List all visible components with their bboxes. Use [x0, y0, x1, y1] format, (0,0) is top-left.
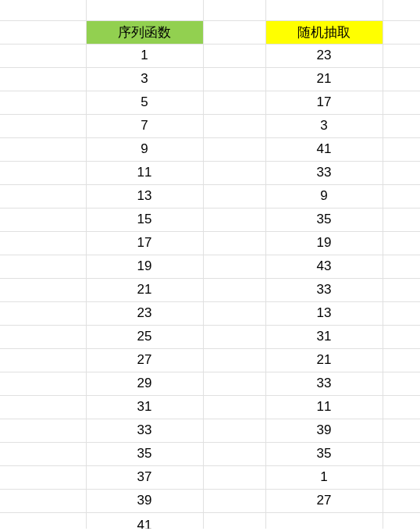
cell-empty[interactable]: [383, 20, 420, 44]
cell-empty[interactable]: [0, 301, 86, 325]
cell-empty[interactable]: [383, 395, 420, 419]
cell-empty[interactable]: [383, 67, 420, 91]
cell-empty[interactable]: [0, 137, 86, 161]
cell-random[interactable]: [265, 512, 383, 529]
cell-empty[interactable]: [0, 231, 86, 255]
cell-sequence[interactable]: 39: [86, 489, 203, 512]
cell-empty[interactable]: [0, 372, 86, 395]
cell-sequence[interactable]: 17: [86, 231, 203, 255]
cell-empty[interactable]: [203, 20, 265, 44]
cell-empty[interactable]: [0, 348, 86, 372]
cell-empty[interactable]: [383, 512, 420, 529]
header-random[interactable]: 随机抽取: [265, 20, 383, 44]
cell-sequence[interactable]: 7: [86, 114, 203, 137]
cell-empty[interactable]: [383, 255, 420, 278]
header-sequence[interactable]: 序列函数: [86, 20, 203, 44]
cell-empty[interactable]: [0, 255, 86, 278]
cell-sequence[interactable]: 37: [86, 465, 203, 489]
cell-empty[interactable]: [203, 372, 265, 395]
cell-empty[interactable]: [0, 395, 86, 419]
cell-empty[interactable]: [383, 91, 420, 114]
cell-random[interactable]: 33: [265, 372, 383, 395]
cell-empty[interactable]: [383, 0, 420, 20]
cell-empty[interactable]: [203, 325, 265, 348]
cell-random[interactable]: 39: [265, 419, 383, 442]
cell-sequence[interactable]: 9: [86, 137, 203, 161]
cell-empty[interactable]: [203, 348, 265, 372]
cell-empty[interactable]: [0, 278, 86, 301]
cell-empty[interactable]: [203, 184, 265, 208]
cell-empty[interactable]: [383, 44, 420, 67]
cell-random[interactable]: 33: [265, 161, 383, 184]
cell-empty[interactable]: [383, 348, 420, 372]
cell-empty[interactable]: [0, 442, 86, 465]
cell-empty[interactable]: [0, 44, 86, 67]
cell-empty[interactable]: [203, 512, 265, 529]
cell-sequence[interactable]: 27: [86, 348, 203, 372]
cell-empty[interactable]: [383, 325, 420, 348]
cell-empty[interactable]: [0, 91, 86, 114]
cell-random[interactable]: 21: [265, 348, 383, 372]
cell-sequence[interactable]: 19: [86, 255, 203, 278]
cell-empty[interactable]: [203, 0, 265, 20]
cell-random[interactable]: 43: [265, 255, 383, 278]
cell-empty[interactable]: [0, 184, 86, 208]
cell-random[interactable]: 1: [265, 465, 383, 489]
cell-empty[interactable]: [0, 208, 86, 231]
cell-random[interactable]: 31: [265, 325, 383, 348]
cell-sequence[interactable]: 5: [86, 91, 203, 114]
cell-empty[interactable]: [203, 465, 265, 489]
cell-random[interactable]: 17: [265, 91, 383, 114]
cell-empty[interactable]: [383, 137, 420, 161]
cell-empty[interactable]: [383, 161, 420, 184]
cell-sequence[interactable]: 1: [86, 44, 203, 67]
cell-empty[interactable]: [383, 465, 420, 489]
cell-random[interactable]: 33: [265, 278, 383, 301]
cell-empty[interactable]: [203, 419, 265, 442]
cell-empty[interactable]: [383, 114, 420, 137]
cell-empty[interactable]: [203, 255, 265, 278]
cell-sequence[interactable]: 13: [86, 184, 203, 208]
cell-empty[interactable]: [383, 231, 420, 255]
cell-random[interactable]: 13: [265, 301, 383, 325]
cell-random[interactable]: 35: [265, 442, 383, 465]
cell-empty[interactable]: [383, 372, 420, 395]
cell-empty[interactable]: [203, 161, 265, 184]
cell-empty[interactable]: [203, 91, 265, 114]
cell-empty[interactable]: [0, 325, 86, 348]
cell-sequence[interactable]: 33: [86, 419, 203, 442]
spreadsheet-grid[interactable]: 序列函数随机抽取12332151773941113313915351719194…: [0, 0, 420, 529]
cell-empty[interactable]: [203, 231, 265, 255]
cell-empty[interactable]: [383, 278, 420, 301]
cell-empty[interactable]: [86, 0, 203, 20]
cell-empty[interactable]: [203, 278, 265, 301]
cell-empty[interactable]: [383, 419, 420, 442]
cell-sequence[interactable]: 31: [86, 395, 203, 419]
cell-random[interactable]: 27: [265, 489, 383, 512]
cell-empty[interactable]: [383, 184, 420, 208]
cell-empty[interactable]: [0, 161, 86, 184]
cell-empty[interactable]: [203, 442, 265, 465]
cell-empty[interactable]: [0, 465, 86, 489]
cell-empty[interactable]: [203, 67, 265, 91]
cell-sequence[interactable]: 3: [86, 67, 203, 91]
cell-empty[interactable]: [383, 301, 420, 325]
cell-empty[interactable]: [0, 419, 86, 442]
cell-sequence[interactable]: 11: [86, 161, 203, 184]
cell-sequence[interactable]: 23: [86, 301, 203, 325]
cell-random[interactable]: 41: [265, 137, 383, 161]
cell-empty[interactable]: [203, 395, 265, 419]
cell-empty[interactable]: [0, 114, 86, 137]
cell-random[interactable]: 19: [265, 231, 383, 255]
cell-sequence[interactable]: 41: [86, 512, 203, 529]
cell-random[interactable]: 35: [265, 208, 383, 231]
cell-empty[interactable]: [383, 489, 420, 512]
cell-empty[interactable]: [0, 67, 86, 91]
cell-empty[interactable]: [265, 0, 383, 20]
cell-sequence[interactable]: 29: [86, 372, 203, 395]
cell-empty[interactable]: [383, 208, 420, 231]
cell-random[interactable]: 11: [265, 395, 383, 419]
cell-sequence[interactable]: 15: [86, 208, 203, 231]
cell-random[interactable]: 3: [265, 114, 383, 137]
cell-sequence[interactable]: 35: [86, 442, 203, 465]
